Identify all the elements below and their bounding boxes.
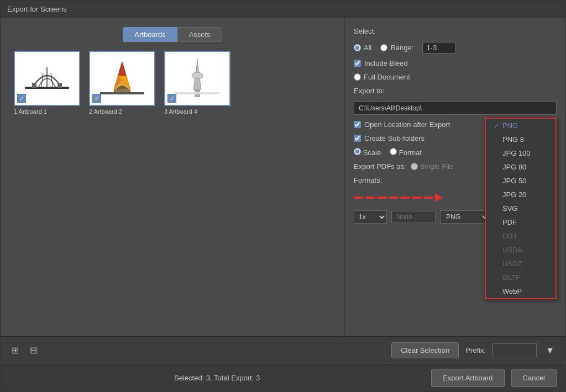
svg-rect-5 <box>57 83 62 88</box>
artboard-thumb-1 <box>14 51 80 106</box>
svg-point-9 <box>192 72 203 79</box>
dash-3 <box>377 197 387 199</box>
artboard-thumb-2 <box>89 51 155 106</box>
open-location-checkbox[interactable] <box>354 121 361 128</box>
arrow-head <box>435 193 443 202</box>
full-document-label[interactable]: Full Document <box>354 73 410 81</box>
radio-single-file <box>411 163 418 170</box>
formats-label: Formats: <box>354 176 382 184</box>
dash-5 <box>400 197 410 199</box>
format-item-pdf[interactable]: ✓ PDF <box>486 215 555 229</box>
format-item-png8[interactable]: ✓ PNG 8 <box>486 133 555 146</box>
radio-format[interactable] <box>390 148 397 155</box>
artboard-1-check[interactable] <box>17 94 26 103</box>
clear-selection-btn[interactable]: Clear Selection <box>391 342 459 358</box>
format-item-jpg100[interactable]: ✓ JPG 100 <box>486 146 555 160</box>
single-file-label[interactable]: Single File <box>411 162 454 171</box>
export-pdfs-label: Export PDFs as: <box>354 162 406 171</box>
format-dropdown-overlay: ✓ PNG ✓ PNG 8 ✓ JPG 100 ✓ JPG 80 ✓ JPG <box>485 118 557 299</box>
tab-assets[interactable]: Assets <box>177 27 222 42</box>
content-area: Artboards Assets <box>1 18 565 336</box>
format-item-webp[interactable]: ✓ WebP <box>486 284 555 298</box>
title-bar: Export for Screens <box>1 1 565 18</box>
artboard-2-check[interactable] <box>92 94 101 103</box>
dash-1 <box>354 197 364 199</box>
format-item-jpg50[interactable]: ✓ JPG 50 <box>486 174 555 188</box>
radio-full-document[interactable] <box>354 73 361 81</box>
artboard-3-label: 3 Artboard 4 <box>164 108 197 115</box>
dash-7 <box>423 197 433 199</box>
tab-artboards[interactable]: Artboards <box>123 27 177 42</box>
cancel-btn[interactable]: Cancel <box>511 369 557 387</box>
dash-4 <box>389 197 399 199</box>
svg-rect-0 <box>25 87 69 89</box>
artboard-item-1[interactable]: 1 Artboard 1 <box>14 51 80 115</box>
select-radio-group: All Range: <box>354 42 557 54</box>
selected-status: Selected: 3, Total Export: 3 <box>9 374 424 382</box>
format-item-jpg20[interactable]: ✓ JPG 20 <box>486 188 555 202</box>
svg-rect-7 <box>100 92 144 94</box>
artboard-thumb-3 <box>164 51 230 106</box>
radio-scale-label[interactable]: Scale <box>354 148 381 157</box>
format-item-png[interactable]: ✓ PNG <box>486 119 555 133</box>
dialog-title: Export for Screens <box>7 5 67 13</box>
svg-rect-11 <box>175 92 219 94</box>
right-panel: Select: All Range: Include Bleed <box>344 18 565 336</box>
export-path-input[interactable] <box>354 102 557 115</box>
include-bleed-row: Include Bleed <box>354 59 557 67</box>
tabs-container: Artboards Assets <box>9 27 336 42</box>
list-view-btn[interactable]: ⊟ <box>28 344 39 357</box>
prefix-dropdown-btn[interactable]: ▼ <box>543 345 557 357</box>
grid-view-btn[interactable]: ⊞ <box>9 344 21 357</box>
dashed-arrow <box>354 193 443 202</box>
scale-select[interactable]: 1x <box>354 210 387 224</box>
create-subfolders-checkbox[interactable] <box>354 135 361 142</box>
png-format-select[interactable]: PNG <box>440 210 490 224</box>
export-artboard-btn[interactable]: Export Artboard <box>431 369 504 387</box>
artboard-item-3[interactable]: 3 Artboard 4 <box>164 51 230 115</box>
radio-format-label[interactable]: Format <box>390 148 422 157</box>
format-item-jpg80[interactable]: ✓ JPG 80 <box>486 160 555 174</box>
none-input[interactable] <box>391 211 436 223</box>
range-input[interactable] <box>422 42 455 54</box>
artboards-grid: 1 Artboard 1 <box>9 51 336 115</box>
format-item-usda[interactable]: ✓ USDA <box>486 243 555 257</box>
prefix-input[interactable] <box>492 343 537 357</box>
radio-all-label[interactable]: All <box>354 44 371 52</box>
full-document-row: Full Document <box>354 73 557 81</box>
include-bleed-checkbox[interactable] <box>354 60 361 67</box>
artboard-1-label: 1 Artboard 1 <box>14 108 47 115</box>
radio-scale[interactable] <box>354 148 361 155</box>
prefix-label: Prefix: <box>465 346 486 354</box>
export-to-label: Export to: <box>354 87 557 95</box>
artboard-item-2[interactable]: 2 Artboard 2 <box>89 51 155 115</box>
bottom-bar: ⊞ ⊟ Clear Selection Prefix: ▼ <box>1 336 565 364</box>
radio-range-label[interactable]: Range: <box>380 44 413 52</box>
left-panel: Artboards Assets <box>1 18 344 336</box>
format-item-usdz[interactable]: ✓ USDZ <box>486 257 555 271</box>
export-dialog: Export for Screens Artboards Assets <box>0 0 566 392</box>
select-label: Select: <box>354 27 557 35</box>
dash-2 <box>365 197 375 199</box>
artboard-3-check[interactable] <box>167 94 176 103</box>
status-bar: Selected: 3, Total Export: 3 Export Artb… <box>1 364 565 391</box>
format-item-svg[interactable]: ✓ SVG <box>486 202 555 215</box>
radio-range[interactable] <box>380 44 387 51</box>
dash-6 <box>412 197 422 199</box>
artboard-2-label: 2 Artboard 2 <box>89 108 122 115</box>
radio-all[interactable] <box>354 44 361 51</box>
format-item-obj[interactable]: ✓ OBJ <box>486 229 555 243</box>
svg-rect-4 <box>32 83 36 88</box>
format-item-gltf[interactable]: ✓ GLTF <box>486 271 555 284</box>
